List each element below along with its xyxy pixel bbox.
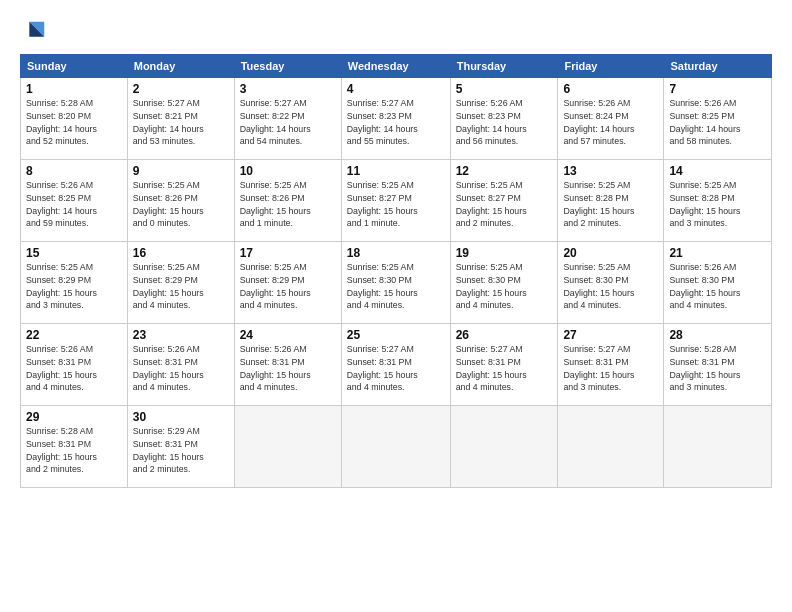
day-number: 18 (347, 246, 445, 260)
day-number: 25 (347, 328, 445, 342)
day-number: 17 (240, 246, 336, 260)
weekday-header-sunday: Sunday (21, 55, 128, 78)
day-number: 13 (563, 164, 658, 178)
calendar-cell: 18Sunrise: 5:25 AM Sunset: 8:30 PM Dayli… (341, 242, 450, 324)
day-detail: Sunrise: 5:25 AM Sunset: 8:27 PM Dayligh… (347, 179, 445, 230)
calendar-cell: 14Sunrise: 5:25 AM Sunset: 8:28 PM Dayli… (664, 160, 772, 242)
day-number: 30 (133, 410, 229, 424)
day-number: 11 (347, 164, 445, 178)
day-detail: Sunrise: 5:25 AM Sunset: 8:28 PM Dayligh… (669, 179, 766, 230)
day-number: 14 (669, 164, 766, 178)
calendar-cell: 6Sunrise: 5:26 AM Sunset: 8:24 PM Daylig… (558, 78, 664, 160)
day-detail: Sunrise: 5:25 AM Sunset: 8:26 PM Dayligh… (240, 179, 336, 230)
day-number: 1 (26, 82, 122, 96)
calendar-cell: 2Sunrise: 5:27 AM Sunset: 8:21 PM Daylig… (127, 78, 234, 160)
calendar-cell (664, 406, 772, 488)
calendar-cell: 24Sunrise: 5:26 AM Sunset: 8:31 PM Dayli… (234, 324, 341, 406)
day-number: 29 (26, 410, 122, 424)
day-number: 19 (456, 246, 553, 260)
day-detail: Sunrise: 5:26 AM Sunset: 8:25 PM Dayligh… (26, 179, 122, 230)
day-detail: Sunrise: 5:26 AM Sunset: 8:23 PM Dayligh… (456, 97, 553, 148)
day-detail: Sunrise: 5:28 AM Sunset: 8:31 PM Dayligh… (26, 425, 122, 476)
calendar-cell: 9Sunrise: 5:25 AM Sunset: 8:26 PM Daylig… (127, 160, 234, 242)
weekday-header-row: SundayMondayTuesdayWednesdayThursdayFrid… (21, 55, 772, 78)
day-number: 8 (26, 164, 122, 178)
day-number: 15 (26, 246, 122, 260)
day-detail: Sunrise: 5:26 AM Sunset: 8:25 PM Dayligh… (669, 97, 766, 148)
calendar-cell: 12Sunrise: 5:25 AM Sunset: 8:27 PM Dayli… (450, 160, 558, 242)
calendar-week-1: 1Sunrise: 5:28 AM Sunset: 8:20 PM Daylig… (21, 78, 772, 160)
day-number: 9 (133, 164, 229, 178)
calendar-week-2: 8Sunrise: 5:26 AM Sunset: 8:25 PM Daylig… (21, 160, 772, 242)
calendar-cell: 20Sunrise: 5:25 AM Sunset: 8:30 PM Dayli… (558, 242, 664, 324)
calendar-cell: 28Sunrise: 5:28 AM Sunset: 8:31 PM Dayli… (664, 324, 772, 406)
day-detail: Sunrise: 5:27 AM Sunset: 8:31 PM Dayligh… (563, 343, 658, 394)
calendar-cell: 26Sunrise: 5:27 AM Sunset: 8:31 PM Dayli… (450, 324, 558, 406)
calendar-cell: 8Sunrise: 5:26 AM Sunset: 8:25 PM Daylig… (21, 160, 128, 242)
day-detail: Sunrise: 5:27 AM Sunset: 8:21 PM Dayligh… (133, 97, 229, 148)
weekday-header-thursday: Thursday (450, 55, 558, 78)
day-number: 2 (133, 82, 229, 96)
day-number: 26 (456, 328, 553, 342)
calendar-cell: 10Sunrise: 5:25 AM Sunset: 8:26 PM Dayli… (234, 160, 341, 242)
calendar-cell: 15Sunrise: 5:25 AM Sunset: 8:29 PM Dayli… (21, 242, 128, 324)
day-detail: Sunrise: 5:25 AM Sunset: 8:28 PM Dayligh… (563, 179, 658, 230)
day-number: 3 (240, 82, 336, 96)
day-detail: Sunrise: 5:26 AM Sunset: 8:30 PM Dayligh… (669, 261, 766, 312)
logo (20, 18, 52, 46)
calendar-cell: 17Sunrise: 5:25 AM Sunset: 8:29 PM Dayli… (234, 242, 341, 324)
page: SundayMondayTuesdayWednesdayThursdayFrid… (0, 0, 792, 612)
day-detail: Sunrise: 5:25 AM Sunset: 8:27 PM Dayligh… (456, 179, 553, 230)
day-detail: Sunrise: 5:28 AM Sunset: 8:20 PM Dayligh… (26, 97, 122, 148)
weekday-header-friday: Friday (558, 55, 664, 78)
day-number: 28 (669, 328, 766, 342)
day-detail: Sunrise: 5:25 AM Sunset: 8:30 PM Dayligh… (563, 261, 658, 312)
day-detail: Sunrise: 5:27 AM Sunset: 8:31 PM Dayligh… (347, 343, 445, 394)
calendar-cell: 29Sunrise: 5:28 AM Sunset: 8:31 PM Dayli… (21, 406, 128, 488)
calendar-cell: 23Sunrise: 5:26 AM Sunset: 8:31 PM Dayli… (127, 324, 234, 406)
day-detail: Sunrise: 5:25 AM Sunset: 8:29 PM Dayligh… (133, 261, 229, 312)
logo-icon (20, 18, 48, 46)
calendar-cell: 21Sunrise: 5:26 AM Sunset: 8:30 PM Dayli… (664, 242, 772, 324)
calendar-cell (558, 406, 664, 488)
calendar-cell: 11Sunrise: 5:25 AM Sunset: 8:27 PM Dayli… (341, 160, 450, 242)
header (20, 18, 772, 46)
calendar-cell: 1Sunrise: 5:28 AM Sunset: 8:20 PM Daylig… (21, 78, 128, 160)
day-number: 10 (240, 164, 336, 178)
day-detail: Sunrise: 5:25 AM Sunset: 8:29 PM Dayligh… (240, 261, 336, 312)
calendar-cell: 16Sunrise: 5:25 AM Sunset: 8:29 PM Dayli… (127, 242, 234, 324)
day-detail: Sunrise: 5:25 AM Sunset: 8:30 PM Dayligh… (347, 261, 445, 312)
day-detail: Sunrise: 5:27 AM Sunset: 8:22 PM Dayligh… (240, 97, 336, 148)
calendar-cell: 25Sunrise: 5:27 AM Sunset: 8:31 PM Dayli… (341, 324, 450, 406)
calendar-cell (234, 406, 341, 488)
calendar-cell: 22Sunrise: 5:26 AM Sunset: 8:31 PM Dayli… (21, 324, 128, 406)
calendar-cell: 3Sunrise: 5:27 AM Sunset: 8:22 PM Daylig… (234, 78, 341, 160)
day-number: 24 (240, 328, 336, 342)
day-detail: Sunrise: 5:25 AM Sunset: 8:29 PM Dayligh… (26, 261, 122, 312)
weekday-header-monday: Monday (127, 55, 234, 78)
calendar-cell: 4Sunrise: 5:27 AM Sunset: 8:23 PM Daylig… (341, 78, 450, 160)
day-detail: Sunrise: 5:26 AM Sunset: 8:31 PM Dayligh… (133, 343, 229, 394)
day-detail: Sunrise: 5:27 AM Sunset: 8:31 PM Dayligh… (456, 343, 553, 394)
calendar-week-5: 29Sunrise: 5:28 AM Sunset: 8:31 PM Dayli… (21, 406, 772, 488)
day-number: 6 (563, 82, 658, 96)
day-detail: Sunrise: 5:28 AM Sunset: 8:31 PM Dayligh… (669, 343, 766, 394)
day-number: 20 (563, 246, 658, 260)
day-number: 5 (456, 82, 553, 96)
calendar-cell: 5Sunrise: 5:26 AM Sunset: 8:23 PM Daylig… (450, 78, 558, 160)
day-detail: Sunrise: 5:25 AM Sunset: 8:26 PM Dayligh… (133, 179, 229, 230)
day-number: 7 (669, 82, 766, 96)
day-detail: Sunrise: 5:26 AM Sunset: 8:31 PM Dayligh… (240, 343, 336, 394)
weekday-header-saturday: Saturday (664, 55, 772, 78)
day-detail: Sunrise: 5:26 AM Sunset: 8:31 PM Dayligh… (26, 343, 122, 394)
calendar-cell: 30Sunrise: 5:29 AM Sunset: 8:31 PM Dayli… (127, 406, 234, 488)
calendar-table: SundayMondayTuesdayWednesdayThursdayFrid… (20, 54, 772, 488)
day-number: 16 (133, 246, 229, 260)
calendar-cell: 27Sunrise: 5:27 AM Sunset: 8:31 PM Dayli… (558, 324, 664, 406)
day-detail: Sunrise: 5:27 AM Sunset: 8:23 PM Dayligh… (347, 97, 445, 148)
day-detail: Sunrise: 5:25 AM Sunset: 8:30 PM Dayligh… (456, 261, 553, 312)
day-number: 12 (456, 164, 553, 178)
day-detail: Sunrise: 5:29 AM Sunset: 8:31 PM Dayligh… (133, 425, 229, 476)
day-number: 21 (669, 246, 766, 260)
calendar-cell: 13Sunrise: 5:25 AM Sunset: 8:28 PM Dayli… (558, 160, 664, 242)
